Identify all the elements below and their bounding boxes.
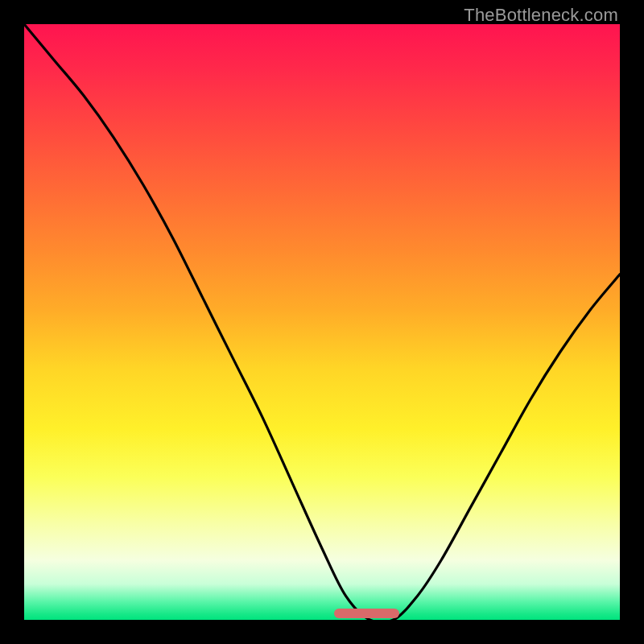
curve-svg: [24, 24, 620, 620]
optimum-marker: [334, 609, 399, 618]
plot-area: [24, 24, 620, 620]
chart-frame: TheBottleneck.com: [0, 0, 644, 644]
watermark-text: TheBottleneck.com: [464, 5, 618, 26]
bottleneck-curve: [24, 24, 620, 623]
